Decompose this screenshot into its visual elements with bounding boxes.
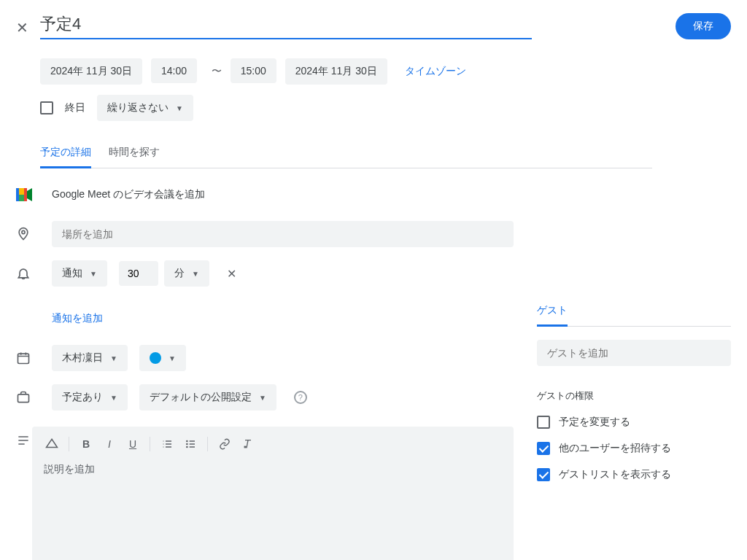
visibility-label: デフォルトの公開設定	[150, 391, 252, 404]
chevron-down-icon: ▼	[169, 354, 176, 362]
chevron-down-icon: ▼	[110, 394, 117, 402]
start-time-picker[interactable]: 14:00	[151, 58, 197, 83]
allday-label: 終日	[65, 101, 85, 114]
event-color-picker[interactable]: ▼	[139, 345, 186, 371]
calendar-icon	[16, 345, 52, 371]
recurrence-label: 繰り返さない	[107, 101, 169, 114]
chevron-down-icon: ▼	[192, 270, 199, 278]
notification-unit-picker[interactable]: 分 ▼	[164, 260, 209, 287]
location-input[interactable]	[52, 221, 514, 247]
perm-modify-label: 予定を変更する	[559, 416, 630, 429]
perm-modify-checkbox[interactable]	[537, 416, 550, 429]
svg-marker-4	[27, 188, 32, 201]
meet-icon	[16, 182, 52, 208]
end-time-picker[interactable]: 15:00	[231, 58, 276, 83]
svg-rect-7	[18, 394, 29, 402]
visibility-help-icon[interactable]: ?	[294, 391, 307, 404]
svg-rect-3	[24, 188, 27, 201]
perm-invite-label: 他のユーザーを招待する	[559, 442, 671, 455]
location-icon	[16, 221, 52, 247]
link-button[interactable]	[214, 434, 236, 454]
notification-value-input[interactable]	[119, 261, 158, 286]
chevron-down-icon: ▼	[110, 354, 117, 362]
tab-event-details[interactable]: 予定の詳細	[40, 146, 91, 168]
chevron-down-icon: ▼	[259, 394, 266, 402]
svg-point-9	[187, 440, 187, 441]
close-icon[interactable]: ✕	[16, 15, 36, 36]
svg-point-5	[22, 230, 25, 233]
chevron-down-icon: ▼	[176, 104, 183, 112]
notification-icon	[16, 260, 52, 287]
calendar-name-label: 木村凜日	[62, 351, 103, 365]
add-notification-link[interactable]: 通知を追加	[52, 312, 103, 324]
svg-point-10	[187, 443, 187, 444]
availability-label: 予定あり	[62, 391, 103, 404]
event-title-input[interactable]	[40, 12, 532, 39]
perm-invite-checkbox[interactable]	[537, 442, 550, 455]
attach-drive-button[interactable]	[41, 434, 63, 454]
guest-permissions-title: ゲストの権限	[537, 389, 731, 402]
perm-seeguests-checkbox[interactable]	[537, 468, 550, 481]
svg-rect-0	[16, 188, 19, 201]
numbered-list-button[interactable]	[156, 434, 178, 454]
svg-rect-6	[18, 354, 29, 363]
underline-button[interactable]: U	[122, 434, 144, 454]
notification-type-picker[interactable]: 通知 ▼	[52, 260, 107, 287]
visibility-picker[interactable]: デフォルトの公開設定 ▼	[139, 384, 276, 411]
chevron-down-icon: ▼	[90, 270, 97, 278]
bold-button[interactable]: B	[75, 434, 97, 454]
add-meet-button[interactable]: Google Meet のビデオ会議を追加	[52, 188, 205, 200]
bulleted-list-button[interactable]	[179, 434, 201, 454]
description-placeholder: 説明を追加	[32, 457, 514, 482]
availability-picker[interactable]: 予定あり ▼	[52, 384, 128, 411]
calendar-picker[interactable]: 木村凜日 ▼	[52, 345, 128, 371]
description-editor[interactable]: B I U	[32, 427, 514, 560]
notification-unit-label: 分	[174, 267, 185, 280]
svg-point-11	[187, 446, 187, 447]
start-date-picker[interactable]: 2024年 11月 30日	[40, 58, 142, 85]
allday-checkbox[interactable]	[40, 101, 53, 114]
time-dash: 〜	[206, 65, 228, 78]
save-button[interactable]: 保存	[676, 13, 731, 39]
remove-notification-button[interactable]: ✕	[221, 267, 242, 281]
tab-find-time[interactable]: 時間を探す	[109, 146, 160, 168]
add-guests-input[interactable]	[537, 340, 731, 366]
notification-type-label: 通知	[62, 267, 82, 280]
color-dot-icon	[150, 352, 161, 364]
italic-button[interactable]: I	[98, 434, 120, 454]
description-icon	[16, 424, 32, 450]
end-date-picker[interactable]: 2024年 11月 30日	[285, 58, 387, 85]
clear-formatting-button[interactable]	[237, 434, 259, 454]
svg-rect-2	[19, 195, 24, 201]
recurrence-picker[interactable]: 繰り返さない ▼	[97, 95, 193, 121]
svg-marker-8	[47, 439, 58, 447]
perm-seeguests-label: ゲストリストを表示する	[559, 468, 671, 481]
tab-guests[interactable]: ゲスト	[537, 304, 568, 327]
timezone-link[interactable]: タイムゾーン	[405, 65, 466, 77]
svg-rect-1	[19, 188, 24, 195]
briefcase-icon	[16, 384, 52, 411]
